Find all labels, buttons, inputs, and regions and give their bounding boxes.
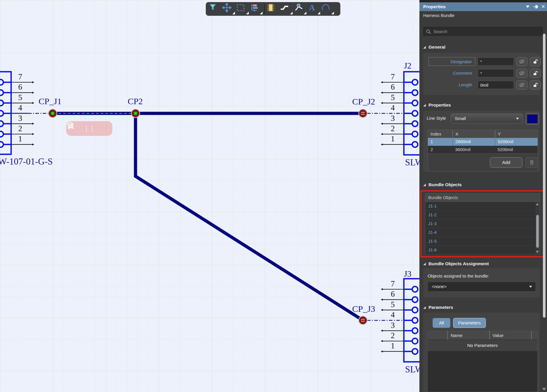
- color-fill: [527, 114, 538, 123]
- pin-number: 6: [384, 83, 402, 91]
- collapse-icon: [423, 184, 426, 186]
- bundle-objects-list-header: Bundle Objects: [425, 194, 540, 202]
- svg-text:A: A: [309, 3, 315, 12]
- pin-number: 5: [12, 93, 29, 102]
- scroll-up-icon[interactable]: [536, 203, 539, 205]
- length-lock-button[interactable]: [530, 81, 541, 90]
- pin-number: 3: [384, 114, 402, 123]
- place-part-button[interactable]: [266, 3, 279, 15]
- pin-icon: [533, 4, 539, 9]
- filter-all-button[interactable]: All: [433, 318, 450, 328]
- pin-number: 6: [384, 290, 402, 298]
- section-properties[interactable]: Properties: [423, 102, 451, 108]
- length-input[interactable]: [478, 81, 514, 89]
- arc-icon: [321, 3, 330, 12]
- panel-scroll-down-icon[interactable]: [542, 388, 546, 391]
- collapse-icon: [423, 306, 426, 309]
- length-visibility-button[interactable]: [516, 81, 527, 90]
- scrollbar-thumb[interactable]: [536, 215, 539, 248]
- harness-bundle-wire-diagonal[interactable]: [136, 113, 363, 320]
- component-icon: [266, 3, 275, 12]
- coordinate-cell[interactable]: 5200mil: [495, 138, 538, 146]
- connection-point-cp-j2[interactable]: [359, 109, 368, 118]
- bundle-object-item[interactable]: J1-1: [425, 202, 540, 210]
- bundle-object-item[interactable]: J1-3: [425, 219, 540, 228]
- bundle-object-item[interactable]: J1-6: [425, 246, 540, 254]
- section-title: Parameters: [428, 305, 453, 310]
- filter-parameters-button[interactable]: Parameters: [453, 318, 486, 328]
- coordinates-table: Index X Y 12800mil5200mil23600mil5200mil…: [428, 130, 538, 172]
- pin-number: 5: [384, 93, 402, 102]
- pin-number: 2: [384, 124, 402, 133]
- designator-label[interactable]: Designator: [428, 57, 475, 66]
- collapse-icon: [423, 104, 426, 107]
- bundle-object-item[interactable]: J1-2: [425, 210, 540, 219]
- parameters-table: Name Value No Parameters: [427, 331, 538, 392]
- section-bundle-objects-assignment[interactable]: Bundle Objects Assignment: [423, 261, 489, 266]
- place-text-button[interactable]: A: [307, 3, 321, 15]
- filter-tool-button[interactable]: [208, 3, 222, 15]
- scroll-down-icon[interactable]: [536, 251, 539, 253]
- place-arc-button[interactable]: [321, 3, 335, 15]
- comment-lock-button[interactable]: [530, 69, 541, 78]
- bundle-object-item[interactable]: J1-5: [425, 237, 540, 246]
- comment-label: Comment: [428, 69, 475, 78]
- coordinate-row[interactable]: 23600mil5200mil: [428, 146, 538, 154]
- toolbar-divider: [264, 4, 265, 14]
- designator-visibility-button[interactable]: [516, 57, 527, 66]
- pin-number: 2: [12, 124, 29, 133]
- coordinate-cell[interactable]: 2: [428, 146, 452, 154]
- section-title: Bundle Objects: [428, 182, 462, 187]
- coordinate-cell[interactable]: 1: [428, 138, 452, 146]
- coordinate-cell[interactable]: 5200mil: [495, 146, 538, 154]
- align-tool-button[interactable]: [250, 3, 263, 15]
- connection-point-cp-j1[interactable]: [48, 109, 57, 118]
- panel-scrollbar-thumb[interactable]: [543, 34, 546, 318]
- coordinates-table-header: Index X Y: [428, 130, 538, 138]
- panel-menu-button[interactable]: [525, 2, 531, 11]
- schematic-canvas[interactable]: CP_J1 CP2 CP_J2 CP_J3 J2 J3 W-107-01-G-S…: [0, 0, 419, 392]
- section-parameters[interactable]: Parameters: [423, 305, 453, 310]
- move-icon: [222, 3, 232, 12]
- col-blank: [428, 331, 447, 340]
- add-vertex-button[interactable]: Add: [490, 157, 522, 168]
- ai-assistant-toolbar[interactable]: AI: [66, 121, 112, 136]
- place-wire-button[interactable]: [280, 3, 293, 15]
- pin-number: 4: [384, 103, 402, 112]
- bundle-object-item[interactable]: J1-4: [425, 228, 540, 237]
- comment-visibility-button[interactable]: [516, 69, 527, 78]
- pin-number: 3: [12, 114, 29, 123]
- place-net-button[interactable]: [294, 3, 307, 15]
- eye-slash-icon: [519, 70, 525, 76]
- select-area-tool-button[interactable]: [236, 3, 249, 15]
- panel-top-strip: [419, 0, 547, 2]
- comment-input[interactable]: [478, 69, 514, 77]
- connection-point-cp2[interactable]: [131, 109, 140, 118]
- panel-pin-button[interactable]: [532, 2, 539, 11]
- designator-lock-button[interactable]: [530, 57, 541, 66]
- bundle-list-scrollbar[interactable]: [535, 202, 540, 254]
- col-extra: [531, 331, 537, 340]
- line-color-swatch[interactable]: [526, 113, 539, 125]
- move-tool-button[interactable]: [222, 3, 236, 15]
- delete-vertex-button[interactable]: [526, 157, 538, 168]
- pin-number: 1: [384, 341, 402, 350]
- section-bundle-objects[interactable]: Bundle Objects: [423, 182, 462, 187]
- designator-input[interactable]: [478, 57, 514, 66]
- panel-close-button[interactable]: ✕: [540, 2, 546, 11]
- section-general[interactable]: General: [423, 44, 445, 50]
- search-box: [423, 27, 543, 36]
- pin-number: 6: [12, 83, 29, 91]
- col-y: Y: [495, 130, 538, 138]
- bundle-objects-list: Bundle Objects J1-1J1-2J1-3J1-4J1-5J1-6: [425, 193, 540, 254]
- panel-title: Properties: [423, 4, 446, 9]
- coordinate-row[interactable]: 12800mil5200mil: [428, 138, 538, 146]
- connection-point-cp-j3[interactable]: [359, 316, 368, 325]
- coordinate-cell[interactable]: 2800mil: [452, 138, 495, 146]
- search-input[interactable]: [433, 28, 538, 35]
- parameters-table-header: Name Value: [428, 331, 537, 340]
- assignment-dropdown[interactable]: <none>: [428, 282, 536, 292]
- coordinate-cell[interactable]: 3600mil: [452, 146, 495, 154]
- line-style-dropdown[interactable]: Small: [451, 114, 523, 124]
- col-index: Index: [428, 130, 452, 138]
